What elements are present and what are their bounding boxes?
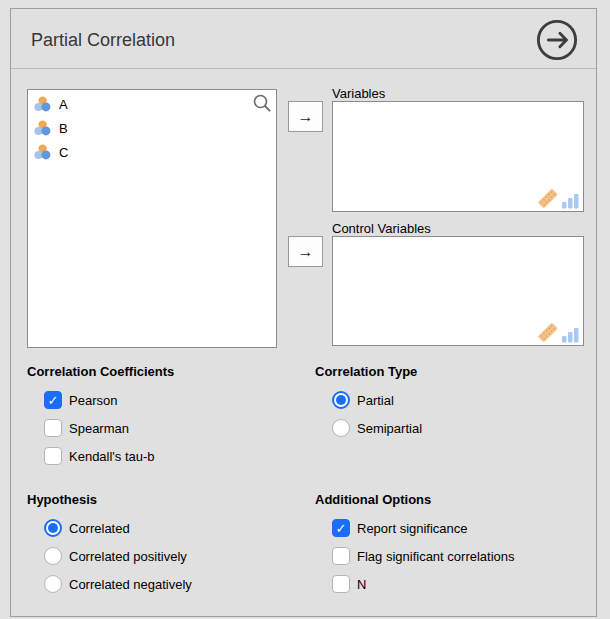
variable-label: C [59,145,68,160]
section-correlation-type: Correlation Type Partial Semipartial [315,364,600,447]
radio-selected-icon [44,519,62,537]
checkbox-checked-icon: ✓ [332,519,350,537]
control-variables-label: Control Variables [332,221,431,236]
option-label: Correlated [69,521,130,536]
allowed-variable-types [536,319,580,343]
cluster-variable-icon [34,120,51,136]
checkbox-pearson[interactable]: ✓ Pearson [44,391,312,409]
radio-correlated-negatively[interactable]: Correlated negatively [44,575,312,593]
search-icon[interactable] [252,93,272,113]
control-variables-target-list[interactable] [332,236,584,346]
radio-semipartial[interactable]: Semipartial [332,419,600,437]
variables-target-list[interactable] [332,101,584,212]
section-title: Additional Options [315,492,600,507]
checkbox-flag-significant-correlations[interactable]: Flag significant correlations [332,547,600,565]
checkbox-spearman[interactable]: Spearman [44,419,312,437]
radio-unselected-icon [332,419,350,437]
option-label: Correlated positively [69,549,187,564]
option-label: Semipartial [357,421,422,436]
section-correlation-coefficients: Correlation Coefficients ✓ Pearson Spear… [27,364,312,475]
radio-correlated[interactable]: Correlated [44,519,312,537]
source-variable-item[interactable]: C [28,140,276,164]
partial-correlation-dialog: Partial Correlation [10,8,597,617]
option-label: Spearman [69,421,129,436]
source-variable-item[interactable]: B [28,116,276,140]
checkbox-kendalls-tau-b[interactable]: Kendall's tau-b [44,447,312,465]
radio-selected-icon [332,391,350,409]
bar-chart-icon [561,325,580,343]
checkbox-unchecked-icon [332,575,350,593]
option-label: Flag significant correlations [357,549,515,564]
screen: Partial Correlation [0,0,610,619]
section-title: Hypothesis [27,492,312,507]
checkbox-unchecked-icon [44,447,62,465]
variable-label: B [59,121,68,136]
arrow-right-icon: → [298,243,314,261]
section-hypothesis: Hypothesis Correlated Correlated positiv… [27,492,312,603]
option-label: Partial [357,393,394,408]
section-title: Correlation Coefficients [27,364,312,379]
scale-ruler-icon [536,319,560,343]
checkbox-unchecked-icon [44,419,62,437]
checkbox-unchecked-icon [332,547,350,565]
option-label: Pearson [69,393,117,408]
cluster-variable-icon [34,144,51,160]
section-additional-options: Additional Options ✓ Report significance… [315,492,600,603]
checkbox-report-significance[interactable]: ✓ Report significance [332,519,600,537]
move-to-variables-button[interactable]: → [288,101,323,132]
cluster-variable-icon [34,96,51,112]
option-label: Report significance [357,521,468,536]
radio-partial[interactable]: Partial [332,391,600,409]
checkbox-checked-icon: ✓ [44,391,62,409]
section-title: Correlation Type [315,364,600,379]
arrow-right-icon: → [298,108,314,126]
source-variable-list[interactable]: A B C [27,89,277,348]
bar-chart-icon [561,191,580,209]
variables-label: Variables [332,86,385,101]
radio-unselected-icon [44,547,62,565]
source-variable-item[interactable]: A [28,92,276,116]
dialog-title: Partial Correlation [31,9,175,69]
option-label: Correlated negatively [69,577,192,592]
checkbox-n[interactable]: N [332,575,600,593]
radio-unselected-icon [44,575,62,593]
option-label: N [357,577,366,592]
dialog-header: Partial Correlation [11,9,596,69]
continue-button[interactable] [536,19,578,61]
radio-correlated-positively[interactable]: Correlated positively [44,547,312,565]
option-label: Kendall's tau-b [69,449,155,464]
scale-ruler-icon [536,185,560,209]
circle-arrow-right-icon [536,19,578,61]
allowed-variable-types [536,185,580,209]
move-to-control-variables-button[interactable]: → [288,236,323,267]
variable-label: A [59,97,68,112]
